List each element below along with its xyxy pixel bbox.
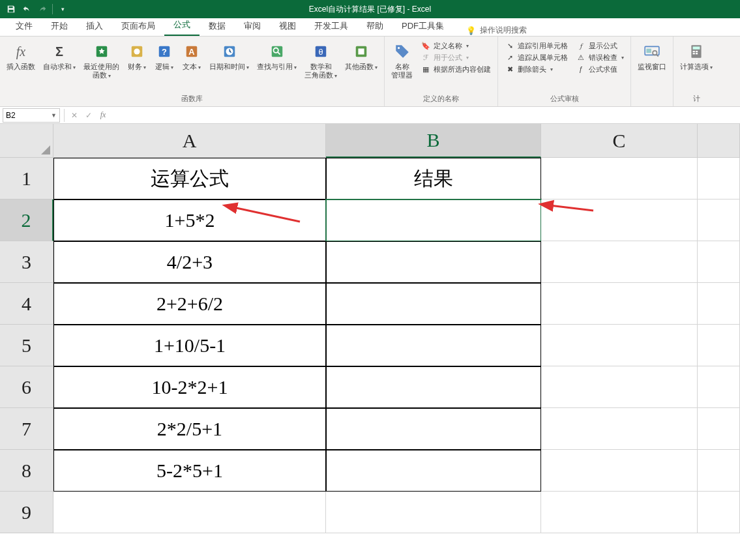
redo-icon[interactable] xyxy=(37,3,48,15)
cell-A1[interactable]: 运算公式 xyxy=(53,158,326,199)
cell[interactable] xyxy=(698,366,740,408)
cell-B8[interactable] xyxy=(326,450,541,492)
cell-A2[interactable]: 1+5*2 xyxy=(53,199,326,241)
cancel-icon[interactable]: ✕ xyxy=(67,108,81,123)
undo-icon[interactable] xyxy=(21,3,33,15)
cell-A5[interactable]: 1+10/5-1 xyxy=(53,325,326,366)
cell[interactable] xyxy=(698,158,740,199)
cell-A9[interactable] xyxy=(53,492,326,533)
cell-C4[interactable] xyxy=(541,283,698,325)
tab-insert[interactable]: 插入 xyxy=(77,16,112,36)
datetime-button[interactable]: 日期和时间▾ xyxy=(205,39,253,74)
name-box[interactable]: B2 ▼ xyxy=(3,108,60,123)
cell[interactable] xyxy=(698,199,740,241)
tab-dev[interactable]: 开发工具 xyxy=(305,16,357,36)
tab-pdf[interactable]: PDF工具集 xyxy=(392,16,453,36)
separator xyxy=(52,4,53,14)
more-functions-button[interactable]: 其他函数▾ xyxy=(341,39,381,74)
cell-C8[interactable] xyxy=(541,450,698,492)
cell-A4[interactable]: 2+2+6/2 xyxy=(53,283,326,325)
name-manager-button[interactable]: 名称 管理器 xyxy=(387,39,417,82)
cell-B9[interactable] xyxy=(326,492,541,533)
show-formulas-button[interactable]: 𝑓显示公式 xyxy=(576,40,624,51)
cell-B2[interactable] xyxy=(326,199,541,241)
recent-button[interactable]: 最近使用的 函数▾ xyxy=(80,39,123,82)
col-header-B[interactable]: B xyxy=(326,124,541,158)
formula-icon: 𝑓 xyxy=(576,40,586,51)
cell-C7[interactable] xyxy=(541,408,698,450)
trace-precedents-button[interactable]: ➘追踪引用单元格 xyxy=(505,40,568,51)
cell-C3[interactable] xyxy=(541,241,698,283)
save-icon[interactable] xyxy=(5,3,17,15)
define-name-button[interactable]: 🔖定义名称▾ xyxy=(421,40,491,51)
cell[interactable] xyxy=(698,283,740,325)
cell-C2[interactable] xyxy=(541,199,698,241)
cell[interactable] xyxy=(698,492,740,533)
tell-me-search[interactable]: 💡 操作说明搜索 xyxy=(466,25,527,36)
cell-C6[interactable] xyxy=(541,366,698,408)
cell-A7[interactable]: 2*2/5+1 xyxy=(53,408,326,450)
cell-B3[interactable] xyxy=(326,241,541,283)
cell-B7[interactable] xyxy=(326,408,541,450)
row-header[interactable]: 7 xyxy=(0,408,53,450)
cell-B4[interactable] xyxy=(326,283,541,325)
select-all-corner[interactable] xyxy=(0,124,53,158)
row-header[interactable]: 5 xyxy=(0,325,53,366)
row-header[interactable]: 3 xyxy=(0,241,53,283)
cell-C9[interactable] xyxy=(541,492,698,533)
accept-icon[interactable]: ✓ xyxy=(81,108,96,123)
calc-options-button[interactable]: 计算选项▾ xyxy=(676,39,717,74)
group-label-calc: 计 xyxy=(693,93,700,106)
cell[interactable] xyxy=(698,408,740,450)
row-header[interactable]: 4 xyxy=(0,283,53,325)
tag-small-icon: 🔖 xyxy=(421,40,431,51)
evaluate-formula-button[interactable]: ƒ公式求值 xyxy=(576,64,624,74)
cell[interactable] xyxy=(698,241,740,283)
tab-help[interactable]: 帮助 xyxy=(357,16,392,36)
col-header-A[interactable]: A xyxy=(53,124,326,158)
cell-B5[interactable] xyxy=(326,325,541,366)
row-header[interactable]: 8 xyxy=(0,450,53,492)
svg-point-15 xyxy=(397,47,399,49)
autosum-button[interactable]: Σ 自动求和▾ xyxy=(39,39,80,74)
cell[interactable] xyxy=(698,450,740,492)
tab-data[interactable]: 数据 xyxy=(200,16,235,36)
text-button[interactable]: A 文本▾ xyxy=(178,39,205,74)
cell-B1[interactable]: 结果 xyxy=(326,158,541,199)
lookup-button[interactable]: 查找与引用▾ xyxy=(253,39,301,74)
cell-B6[interactable] xyxy=(326,366,541,408)
trace-dependents-button[interactable]: ➚追踪从属单元格 xyxy=(505,52,568,63)
cell-A6[interactable]: 10-2*2+1 xyxy=(53,366,326,408)
tab-home[interactable]: 开始 xyxy=(42,16,77,36)
logical-button[interactable]: ? 逻辑▾ xyxy=(151,39,178,74)
cell-C1[interactable] xyxy=(541,158,698,199)
formula-input[interactable] xyxy=(110,108,740,123)
tab-file[interactable]: 文件 xyxy=(7,16,42,36)
col-header-rest[interactable] xyxy=(698,124,740,158)
row-header[interactable]: 9 xyxy=(0,492,53,533)
cell-A3[interactable]: 4/2+3 xyxy=(53,241,326,283)
row-header[interactable]: 2 xyxy=(0,199,53,241)
create-from-selection-button[interactable]: ▦根据所选内容创建 xyxy=(421,64,491,74)
fx-icon[interactable]: fx xyxy=(96,108,110,123)
math-button[interactable]: θ 数学和 三角函数▾ xyxy=(301,39,341,82)
tab-layout[interactable]: 页面布局 xyxy=(112,16,164,36)
cell[interactable] xyxy=(698,325,740,366)
cell-A8[interactable]: 5-2*5+1 xyxy=(53,450,326,492)
use-in-formula-button[interactable]: ℱ用于公式▾ xyxy=(421,52,491,63)
name-box-value: B2 xyxy=(6,111,16,120)
tab-formulas[interactable]: 公式 xyxy=(164,15,200,36)
error-check-button[interactable]: ⚠错误检查▾ xyxy=(576,52,624,63)
row-header[interactable]: 6 xyxy=(0,366,53,408)
col-header-C[interactable]: C xyxy=(541,124,698,158)
qat-customize-icon[interactable]: ▾ xyxy=(57,3,68,15)
row-header[interactable]: 1 xyxy=(0,158,53,199)
cell-C5[interactable] xyxy=(541,325,698,366)
chevron-down-icon[interactable]: ▼ xyxy=(51,112,57,119)
tab-review[interactable]: 审阅 xyxy=(235,16,270,36)
tab-view[interactable]: 视图 xyxy=(270,16,305,36)
watch-window-button[interactable]: 监视窗口 xyxy=(634,39,670,74)
insert-function-button[interactable]: fx 插入函数 xyxy=(3,39,39,74)
financial-button[interactable]: 财务▾ xyxy=(123,39,151,74)
remove-arrows-button[interactable]: ✖删除箭头▾ xyxy=(505,64,568,74)
